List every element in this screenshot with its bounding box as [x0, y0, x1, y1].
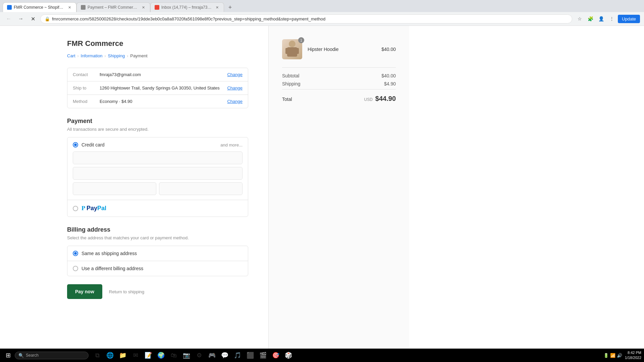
browser-toolbar: ← → ✕ 🔒 fmrcommerce.com/58250002628/chec… [0, 12, 644, 25]
extensions-icon[interactable]: 🧩 [586, 14, 595, 23]
taskbar-app-settings[interactable]: ⚙ [193, 349, 205, 361]
taskbar-app-mail[interactable]: ✉ [129, 349, 142, 361]
taskbar-app-explorer[interactable]: 📁 [117, 349, 129, 361]
subtotal-row: Subtotal $40.00 [282, 73, 396, 78]
taskbar-app-camera[interactable]: 📷 [180, 349, 193, 361]
taskbar-app-chrome[interactable]: 🌍 [155, 349, 167, 361]
contact-value: fmraja73@gmail.com [100, 72, 227, 77]
billing-same-radio[interactable] [73, 251, 78, 256]
svg-rect-3 [296, 48, 299, 54]
page-layout: FMR Commerce Cart › Information › Shippi… [0, 26, 644, 361]
order-summary-table: Contact fmraja73@gmail.com Change Ship t… [67, 68, 248, 108]
taskbar-app-edge[interactable]: 🌐 [104, 349, 116, 361]
checkout-content: FMR Commerce Cart › Information › Shippi… [0, 26, 268, 361]
product-quantity-badge: 1 [298, 37, 304, 43]
tab-1[interactable]: FMR Commerce ~ Shopify Paym... ✕ [3, 2, 76, 12]
paypal-pay: Pay [87, 205, 97, 212]
tab-1-close[interactable]: ✕ [67, 5, 72, 10]
breadcrumb-information[interactable]: Information [81, 53, 103, 58]
taskbar-search-bar[interactable]: 🔍 Search [15, 352, 89, 359]
store-name: FMR Commerce [67, 39, 248, 48]
product-svg [285, 40, 299, 59]
url-text: fmrcommerce.com/58250002628/checkouts/19… [52, 16, 568, 21]
card-number-input[interactable] [73, 152, 243, 164]
svg-rect-0 [289, 41, 296, 47]
tab-3-title: Inbox (14,774) – fmraja73@gmai... [161, 5, 212, 10]
product-price: $40.00 [381, 47, 396, 52]
tab-2-close[interactable]: ✕ [141, 5, 146, 10]
credit-card-label: Credit card [82, 142, 104, 147]
method-change[interactable]: Change [227, 99, 243, 104]
back-button[interactable]: ← [4, 14, 13, 23]
total-currency: USD [364, 97, 373, 102]
method-value: Economy · $4.90 [100, 99, 227, 104]
tab-2[interactable]: Payment – FMR Commerce – Che... ✕ [76, 2, 150, 12]
billing-same-label: Same as shipping address [82, 251, 137, 256]
profile-icon[interactable]: 👤 [596, 14, 606, 23]
billing-options: Same as shipping address Use a different… [67, 246, 248, 276]
card-form [73, 152, 243, 195]
taskbar-app-gamepad[interactable]: 🎮 [206, 349, 218, 361]
address-bar[interactable]: 🔒 fmrcommerce.com/58250002628/checkouts/… [40, 14, 572, 23]
payment-options: Credit card and more... [67, 137, 248, 217]
taskbar-app-terminal[interactable]: ⬛ [244, 349, 256, 361]
taskbar: ⊞ 🔍 Search ⧉ 🌐 📁 ✉ 📝 🌍 🛍 📷 ⚙ 🎮 💬 🎵 ⬛ 🎬 🎯… [0, 349, 644, 361]
volume-icon: 🔊 [617, 353, 622, 358]
taskbar-app-vscode[interactable]: 📝 [142, 349, 154, 361]
credit-card-radio[interactable] [73, 142, 78, 147]
bookmark-icon[interactable]: ☆ [575, 14, 584, 23]
lock-icon: 🔒 [45, 16, 50, 21]
taskbar-date-display: 1/18/2022 [625, 355, 641, 360]
paypal-header: 𝐏 PayPal [73, 205, 243, 212]
tab-3-close[interactable]: ✕ [214, 5, 220, 10]
billing-section-title: Billing address [67, 226, 248, 233]
taskbar-app-extra2[interactable]: 🎲 [282, 349, 294, 361]
shipping-row: Shipping $4.90 [282, 81, 396, 86]
credit-card-header: Credit card and more... [73, 142, 243, 147]
paypal-radio[interactable] [73, 206, 78, 211]
shipping-label: Shipping [282, 81, 301, 86]
paypal-pal: Pal [97, 205, 106, 212]
product-row: 1 Hipster Hoodie $40.00 [282, 39, 396, 59]
forward-button[interactable]: → [16, 14, 25, 23]
order-summary-panel: 1 Hipster Hoodie $40.00 Subtotal $40.00 … [268, 26, 409, 361]
total-row: Total USD $44.90 [282, 95, 396, 103]
shipto-change[interactable]: Change [227, 85, 243, 90]
tab-3[interactable]: Inbox (14,774) – fmraja73@gmai... ✕ [150, 2, 224, 12]
taskbar-app-premiere[interactable]: 🎬 [257, 349, 269, 361]
battery-icon: 🔋 [603, 353, 609, 358]
taskbar-apps: ⧉ 🌐 📁 ✉ 📝 🌍 🛍 📷 ⚙ 🎮 💬 🎵 ⬛ 🎬 🎯 🎲 [91, 349, 602, 361]
taskbar-app-extra1[interactable]: 🎯 [270, 349, 282, 361]
browser-tabs: FMR Commerce ~ Shopify Paym... ✕ Payment… [0, 0, 644, 12]
tab-3-favicon [155, 5, 159, 10]
reload-button[interactable]: ✕ [28, 14, 38, 23]
taskbar-app-spotify[interactable]: 🎵 [231, 349, 244, 361]
cardholder-name-input[interactable] [73, 167, 243, 180]
start-button[interactable]: ⊞ [3, 350, 13, 361]
return-to-shipping-link[interactable]: Return to shipping [109, 289, 145, 294]
summary-divider-2 [282, 89, 396, 89]
checkout-actions: Pay now Return to shipping [67, 284, 248, 299]
update-button[interactable]: Update [618, 15, 640, 23]
tab-1-title: FMR Commerce ~ Shopify Paym... [14, 5, 65, 10]
new-tab-button[interactable]: + [225, 3, 235, 12]
taskbar-app-discord[interactable]: 💬 [219, 349, 231, 361]
menu-icon[interactable]: ⋮ [607, 14, 616, 23]
breadcrumb-cart[interactable]: Cart [67, 53, 75, 58]
card-cvv-input[interactable] [159, 182, 243, 195]
toolbar-actions: ☆ 🧩 👤 ⋮ Update [575, 14, 640, 23]
card-expiry-input[interactable] [73, 182, 156, 195]
contact-label: Contact [73, 72, 100, 77]
taskbar-sys-icons: 🔋 📶 🔊 [603, 353, 622, 358]
taskbar-app-store[interactable]: 🛍 [168, 349, 180, 361]
billing-different-row: Use a different billing address [73, 266, 243, 271]
summary-divider-1 [282, 67, 396, 68]
pay-now-button[interactable]: Pay now [67, 284, 102, 299]
breadcrumb-shipping[interactable]: Shipping [108, 53, 125, 58]
billing-different-radio[interactable] [73, 266, 78, 271]
tab-2-favicon [81, 5, 86, 10]
taskbar-app-taskview[interactable]: ⧉ [91, 349, 103, 361]
contact-change[interactable]: Change [227, 72, 243, 77]
payment-section-title: Payment [67, 118, 248, 125]
total-amount-wrapper: USD $44.90 [364, 95, 396, 103]
